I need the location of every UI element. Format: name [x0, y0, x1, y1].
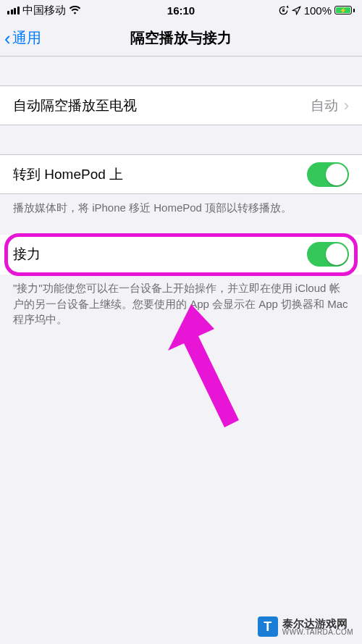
svg-rect-1	[282, 9, 285, 12]
cell-handoff[interactable]: 接力	[0, 235, 362, 275]
watermark: T 泰尔达游戏网 WWW.TAIRDA.COM	[258, 616, 353, 637]
footer-handoff: "接力"功能使您可以在一台设备上开始操作，并立即在使用 iCloud 帐户的另一…	[0, 275, 362, 327]
carrier-label: 中国移动	[22, 4, 66, 17]
watermark-logo-icon: T	[258, 616, 278, 637]
status-time: 16:10	[167, 4, 195, 17]
signal-icon	[7, 7, 20, 14]
lock-rotation-icon	[278, 5, 289, 16]
watermark-url: WWW.TAIRDA.COM	[282, 629, 353, 636]
cell-title: 转到 HomePod 上	[13, 165, 307, 184]
status-bar: 中国移动 16:10 100% ⚡	[0, 0, 362, 20]
cell-title: 自动隔空播放至电视	[13, 96, 311, 115]
nav-bar: ‹ 通用 隔空播放与接力	[0, 20, 362, 57]
battery-percent: 100%	[304, 4, 332, 17]
screen: 中国移动 16:10 100% ⚡ ‹ 通用 隔空播放与接力	[0, 0, 362, 644]
footer-homepod: 播放媒体时，将 iPhone 移近 HomePod 顶部以转移播放。	[0, 194, 362, 216]
wifi-icon	[69, 6, 81, 15]
cell-handoff-homepod[interactable]: 转到 HomePod 上	[0, 154, 362, 194]
highlighted-row: 接力	[0, 235, 362, 275]
cell-value: 自动	[311, 96, 338, 115]
page-title: 隔空播放与接力	[130, 28, 232, 48]
cell-auto-airplay-tv[interactable]: 自动隔空播放至电视 自动 ›	[0, 85, 362, 125]
toggle-homepod[interactable]	[307, 162, 349, 187]
location-icon	[292, 6, 301, 15]
battery-icon: ⚡	[334, 6, 355, 14]
chevron-right-icon: ›	[344, 96, 349, 115]
status-left: 中国移动	[7, 4, 81, 17]
chevron-left-icon: ‹	[4, 29, 11, 48]
back-button[interactable]: ‹ 通用	[4, 28, 41, 48]
status-right: 100% ⚡	[278, 4, 355, 17]
toggle-handoff[interactable]	[307, 242, 349, 267]
cell-title: 接力	[13, 245, 307, 264]
back-label: 通用	[12, 28, 41, 48]
watermark-name: 泰尔达游戏网	[282, 618, 353, 629]
